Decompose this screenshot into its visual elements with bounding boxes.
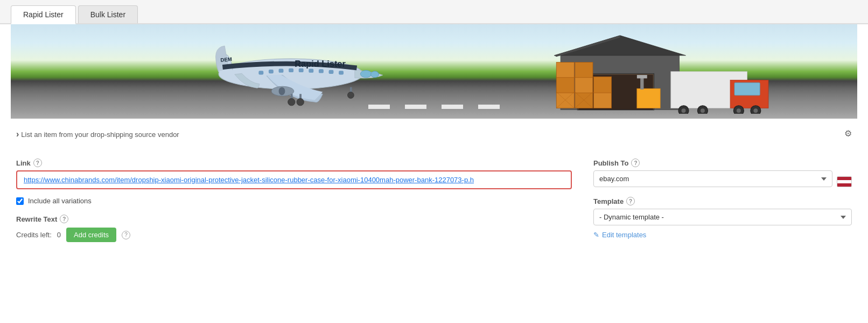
rewrite-help-icon[interactable]: ?	[60, 215, 68, 223]
right-column: Publish To ? ebay.com amazon.com etsy.co…	[593, 159, 852, 242]
add-credits-button[interactable]: Add credits	[66, 228, 116, 242]
include-variations-label: Include all variations	[28, 197, 92, 205]
include-variations-checkbox[interactable]	[16, 197, 24, 205]
airplane-illustration: Rapid Lister DEM	[79, 32, 519, 112]
svg-rect-28	[594, 92, 612, 108]
runway-markings	[368, 105, 500, 109]
publish-select-wrap: ebay.com amazon.com etsy.com	[593, 170, 832, 187]
svg-rect-7	[278, 68, 283, 72]
svg-point-2	[370, 71, 379, 78]
publish-to-label: Publish To ?	[593, 159, 852, 167]
rewrite-text-label: Rewrite Text ?	[16, 215, 572, 223]
banner: Rapid Lister DEM	[11, 24, 857, 119]
svg-rect-13	[339, 71, 344, 74]
rewrite-text-row: Rewrite Text ? Credits left: 0 Add credi…	[16, 215, 572, 242]
publish-to-select[interactable]: ebay.com amazon.com etsy.com	[593, 170, 832, 187]
publish-help-icon[interactable]: ?	[631, 159, 640, 167]
publish-to-group: Publish To ? ebay.com amazon.com etsy.co…	[593, 159, 852, 187]
expand-section[interactable]: List an item from your drop-shipping sou…	[16, 129, 179, 139]
link-label: Link ?	[16, 159, 572, 167]
svg-rect-32	[557, 62, 575, 77]
svg-rect-29	[557, 77, 575, 93]
svg-rect-51	[637, 75, 647, 78]
flag-red-bottom	[837, 183, 851, 187]
svg-rect-8	[289, 68, 293, 72]
expand-label: List an item from your drop-shipping sou…	[21, 130, 179, 139]
warehouse-illustration	[485, 29, 840, 114]
tabs-bar: Rapid Lister Bulk Lister	[0, 0, 868, 24]
edit-templates-label: Edit templates	[602, 231, 646, 239]
form-two-col: Link ? Include all variations Rewrite Te…	[16, 159, 852, 242]
credits-value: 0	[57, 231, 61, 239]
edit-templates-link[interactable]: ✎ Edit templates	[593, 231, 852, 239]
publish-row: ebay.com amazon.com etsy.com	[593, 170, 852, 187]
svg-rect-6	[269, 70, 274, 73]
tab-bulk-lister[interactable]: Bulk Lister	[78, 5, 138, 23]
link-help-icon[interactable]: ?	[33, 159, 42, 167]
svg-rect-9	[298, 68, 303, 72]
svg-rect-30	[575, 77, 593, 93]
svg-text:DEM: DEM	[220, 56, 232, 63]
link-field-group: Link ?	[16, 159, 572, 189]
template-select[interactable]: - Dynamic template - Default Custom	[593, 209, 852, 225]
svg-rect-10	[309, 68, 313, 72]
svg-rect-11	[319, 69, 324, 73]
svg-point-44	[701, 108, 705, 113]
svg-point-46	[737, 108, 741, 113]
template-label: Template ?	[593, 197, 852, 205]
svg-point-16	[347, 92, 354, 99]
template-help-icon[interactable]: ?	[626, 197, 635, 205]
include-variations-row: Include all variations	[16, 197, 572, 205]
credits-help-icon[interactable]: ?	[122, 231, 130, 239]
template-group: Template ? - Dynamic template - Default …	[593, 197, 852, 225]
main-content: List an item from your drop-shipping sou…	[0, 119, 868, 253]
edit-icon: ✎	[593, 231, 599, 239]
svg-point-18	[288, 98, 295, 105]
svg-point-20	[297, 98, 304, 105]
credits-label: Credits left:	[16, 231, 52, 239]
left-column: Link ? Include all variations Rewrite Te…	[16, 159, 572, 242]
svg-rect-40	[734, 83, 760, 95]
svg-rect-33	[575, 62, 593, 77]
svg-rect-12	[328, 70, 333, 74]
tab-rapid-lister[interactable]: Rapid Lister	[11, 5, 76, 24]
svg-rect-49	[637, 88, 660, 108]
credits-row: Credits left: 0 Add credits ?	[16, 228, 572, 242]
svg-point-1	[360, 70, 372, 77]
settings-icon[interactable]: ⚙	[844, 128, 852, 139]
link-input[interactable]	[16, 170, 572, 189]
svg-point-42	[682, 108, 686, 113]
svg-rect-5	[258, 71, 263, 74]
page-wrapper: Rapid Lister Bulk Lister	[0, 0, 868, 323]
svg-point-48	[754, 108, 758, 113]
svg-point-4	[278, 87, 285, 95]
us-flag-icon	[837, 176, 852, 187]
svg-text:Rapid Lister: Rapid Lister	[295, 59, 346, 68]
svg-rect-31	[594, 77, 612, 93]
